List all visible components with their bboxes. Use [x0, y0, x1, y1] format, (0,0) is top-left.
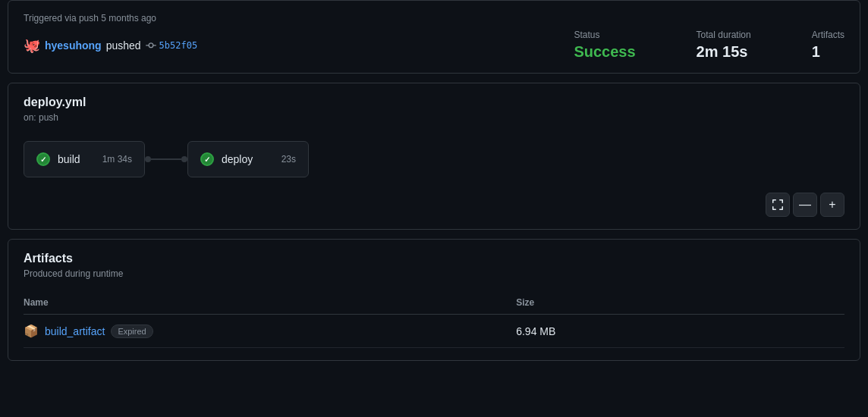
deploy-job-duration: 23s [281, 154, 296, 165]
fit-to-screen-button[interactable] [766, 193, 790, 217]
artifacts-count-item: Artifacts 1 [812, 30, 844, 61]
duration-label: Total duration [697, 30, 751, 40]
commit-icon [146, 40, 156, 51]
col-header-size: Size [516, 291, 844, 315]
job-node-build[interactable]: build 1m 34s [24, 141, 145, 177]
duration-value: 2m 15s [697, 43, 751, 61]
zoom-in-button[interactable]: + [820, 193, 844, 217]
workflow-filename: deploy.yml [24, 96, 844, 109]
artifacts-count-label: Artifacts [812, 30, 844, 40]
artifacts-table: Name Size 📦 build_artifact Expired 6.94 … [24, 291, 844, 348]
connector-dot-right [181, 156, 187, 162]
build-success-icon [36, 152, 50, 166]
meta-row: Status Success Total duration 2m 15s Art… [574, 30, 844, 61]
status-item: Status Success [574, 30, 635, 61]
duration-item: Total duration 2m 15s [697, 30, 751, 61]
artifact-name-cell: 📦 build_artifact Expired [24, 324, 516, 338]
header-section: Triggered via push 5 months ago 🐙 hyesuh… [8, 0, 860, 74]
workflow-section: deploy.yml on: push build 1m 34s deploy … [8, 83, 860, 230]
commit-ref: 5b52f05 [146, 40, 198, 51]
connector [145, 156, 187, 162]
artifact-icon: 📦 [24, 324, 39, 338]
artifacts-section: Artifacts Produced during runtime Name S… [8, 239, 860, 361]
expired-badge: Expired [111, 325, 153, 338]
job-node-deploy[interactable]: deploy 23s [187, 141, 309, 177]
connector-dot-left [145, 156, 151, 162]
zoom-controls: — + [24, 193, 844, 217]
triggered-label: Triggered via push 5 months ago [24, 13, 844, 24]
col-header-name: Name [24, 291, 516, 315]
build-job-duration: 1m 34s [102, 154, 132, 165]
build-job-name: build [58, 153, 95, 165]
zoom-in-icon: + [829, 198, 835, 212]
artifact-name-link[interactable]: build_artifact [45, 325, 105, 337]
connector-line [151, 158, 181, 160]
table-row: 📦 build_artifact Expired 6.94 MB [24, 315, 844, 348]
artifact-size: 6.94 MB [516, 325, 555, 337]
artifacts-subtitle: Produced during runtime [24, 268, 844, 279]
deploy-job-name: deploy [222, 153, 274, 165]
zoom-out-icon: — [799, 198, 811, 212]
username[interactable]: hyesuhong [45, 39, 102, 52]
workflow-trigger: on: push [24, 112, 844, 123]
artifacts-count-value: 1 [812, 43, 844, 61]
workflow-graph: build 1m 34s deploy 23s [24, 141, 844, 177]
status-label: Status [574, 30, 635, 40]
zoom-out-button[interactable]: — [793, 193, 817, 217]
artifacts-title: Artifacts [24, 252, 844, 265]
avatar-icon: 🐙 [24, 37, 40, 54]
fit-icon [772, 199, 784, 211]
pushed-text: pushed [106, 39, 141, 52]
status-value: Success [574, 43, 635, 61]
pushed-line: 🐙 hyesuhong pushed 5b52f05 [24, 37, 197, 54]
commit-hash[interactable]: 5b52f05 [159, 40, 198, 51]
deploy-success-icon [200, 152, 214, 166]
